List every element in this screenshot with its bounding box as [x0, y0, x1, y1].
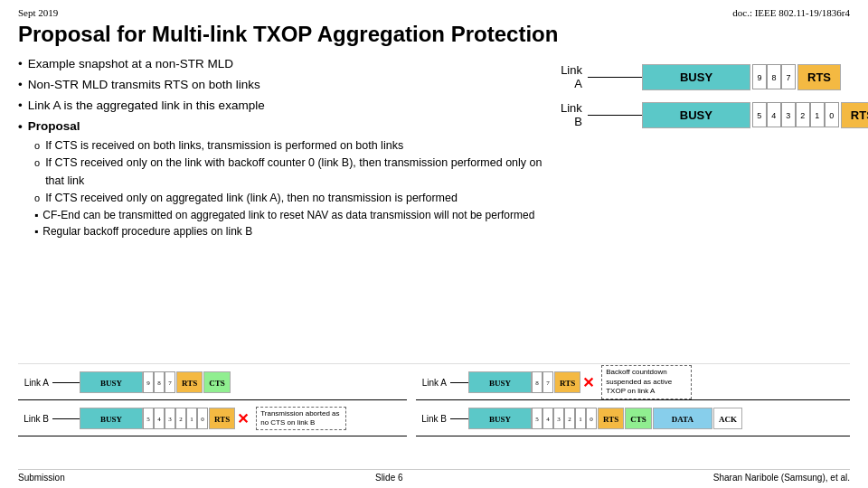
sub-sub-bullet-1: CF-End can be transmitted on aggregated … [34, 207, 552, 223]
backoff-cell: 2 [796, 102, 810, 127]
diag-left-cts-a: CTS [203, 371, 231, 393]
diag-left-link-b: Link B BUSY 5 4 3 2 1 0 RTS ✕ Transmissi… [18, 404, 407, 433]
x-mark-left: ✕ [237, 410, 249, 427]
header-right: doc.: IEEE 802.11-19/1836r4 [732, 7, 850, 18]
sub-bullet-list: If CTS is received on both links, transm… [34, 137, 552, 208]
sub-bullet-2: If CTS received only on the link with ba… [34, 155, 552, 190]
page-title: Proposal for Multi-link TXOP Aggregation… [18, 22, 850, 47]
bullet-4: Proposal [18, 117, 552, 137]
diag-left-rts-a: RTS [176, 371, 203, 393]
backoff-cell: 3 [781, 102, 796, 127]
diag-right-cts-b: CTS [625, 408, 652, 429]
sub-sub-bullet-2: Regular backoff procedure applies on lin… [34, 223, 552, 239]
bullet-2: Non-STR MLD transmits RTS on both links [18, 75, 552, 96]
diag-left-link-a-label: Link A [18, 378, 52, 388]
annotation-right: Backoff countdown suspended as active TX… [601, 365, 692, 399]
link-b-backoff: 5 4 3 2 1 0 [752, 102, 839, 127]
header-left: Sept 2019 [18, 7, 58, 18]
diag-left-link-a: Link A BUSY 9 8 7 RTS CTS [18, 368, 407, 397]
backoff-cell: 7 [781, 64, 796, 89]
diag-right-backoff-b: 5 4 3 2 1 0 [532, 408, 597, 429]
sub-bullet-3: If CTS received only on aggregated link … [34, 190, 552, 207]
diag-left-busy-a: BUSY [80, 371, 143, 393]
footer: Submission Slide 6 Sharan Naribole (Sams… [18, 469, 850, 483]
diag-right-rts-b: RTS [598, 408, 624, 429]
diagram-right: Link A BUSY 8 7 RTS ✕ Backoff countdown … [416, 368, 850, 467]
diag-right-data-b: DATA [653, 408, 712, 429]
backoff-cell: 1 [810, 102, 825, 127]
sub-sub-bullet-list: CF-End can be transmitted on aggregated … [34, 207, 552, 239]
link-diagram: Link A BUSY 9 8 7 RTS Link B [561, 63, 841, 139]
diag-left-baseline-a [18, 399, 407, 400]
link-b-busy: BUSY [642, 102, 750, 128]
diag-right-rts-a: RTS [554, 371, 580, 393]
diag-right-ack-b: ACK [713, 408, 742, 429]
diag-right-link-a-label: Link A [416, 378, 450, 388]
sub-bullet-1: If CTS is received on both links, transm… [34, 137, 552, 155]
link-a-label: Link A [561, 63, 588, 90]
bullet-3: Link A is the aggregated link in this ex… [18, 96, 552, 117]
diag-right-link-b-label: Link B [416, 414, 450, 424]
link-b-label: Link B [561, 101, 588, 128]
diag-right-baseline-b [416, 436, 850, 436]
link-b-row: Link B BUSY 5 4 3 2 1 0 RTS [561, 101, 841, 128]
diag-right-backoff-a: 8 7 [532, 371, 553, 393]
diag-left-rts-b: RTS [209, 408, 235, 429]
diag-left-baseline-b [18, 436, 407, 436]
diag-left-backoff-a: 9 8 7 [143, 371, 175, 393]
annotation-left: Transmission aborted as no CTS on link B [256, 407, 346, 431]
link-b-rts: RTS [841, 102, 868, 128]
content-area: Example snapshot at a non-STR MLD Non-ST… [18, 54, 850, 361]
bullet-1: Example snapshot at a non-STR MLD [18, 54, 552, 75]
page: Sept 2019 doc.: IEEE 802.11-19/1836r4 Pr… [0, 0, 868, 488]
link-a-busy: BUSY [642, 64, 750, 90]
backoff-cell: 4 [767, 102, 781, 127]
diagram-left: Link A BUSY 9 8 7 RTS CTS Link B BUSY 5 [18, 368, 416, 467]
left-column: Example snapshot at a non-STR MLD Non-ST… [18, 54, 561, 361]
right-column: Link A BUSY 9 8 7 RTS Link B [561, 54, 850, 361]
diag-right-link-b: Link B BUSY 5 4 3 2 1 0 RTS CTS DATA ACK [416, 404, 850, 433]
bottom-area: Link A BUSY 9 8 7 RTS CTS Link B BUSY 5 [18, 363, 850, 467]
header: Sept 2019 doc.: IEEE 802.11-19/1836r4 [18, 7, 850, 18]
link-a-rts: RTS [797, 64, 841, 90]
diag-left-backoff-b: 5 4 3 2 1 0 [143, 408, 208, 429]
footer-center: Slide 6 [375, 473, 403, 483]
backoff-cell: 9 [752, 64, 767, 89]
link-a-row: Link A BUSY 9 8 7 RTS [561, 63, 841, 90]
diag-left-link-b-label: Link B [18, 414, 52, 424]
bullet-list: Example snapshot at a non-STR MLD Non-ST… [18, 54, 552, 137]
diag-right-busy-b: BUSY [468, 408, 532, 429]
diag-right-link-a: Link A BUSY 8 7 RTS ✕ Backoff countdown … [416, 368, 850, 397]
diag-left-busy-b: BUSY [80, 408, 143, 429]
diag-right-baseline-a [416, 399, 850, 400]
footer-right: Sharan Naribole (Samsung), et al. [713, 473, 850, 483]
x-mark-right: ✕ [582, 374, 594, 391]
backoff-cell: 8 [767, 64, 781, 89]
backoff-cell: 0 [825, 102, 839, 127]
link-a-backoff: 9 8 7 [752, 64, 796, 89]
backoff-cell: 5 [752, 102, 767, 127]
footer-left: Submission [18, 473, 65, 483]
diag-right-busy-a: BUSY [468, 371, 532, 393]
